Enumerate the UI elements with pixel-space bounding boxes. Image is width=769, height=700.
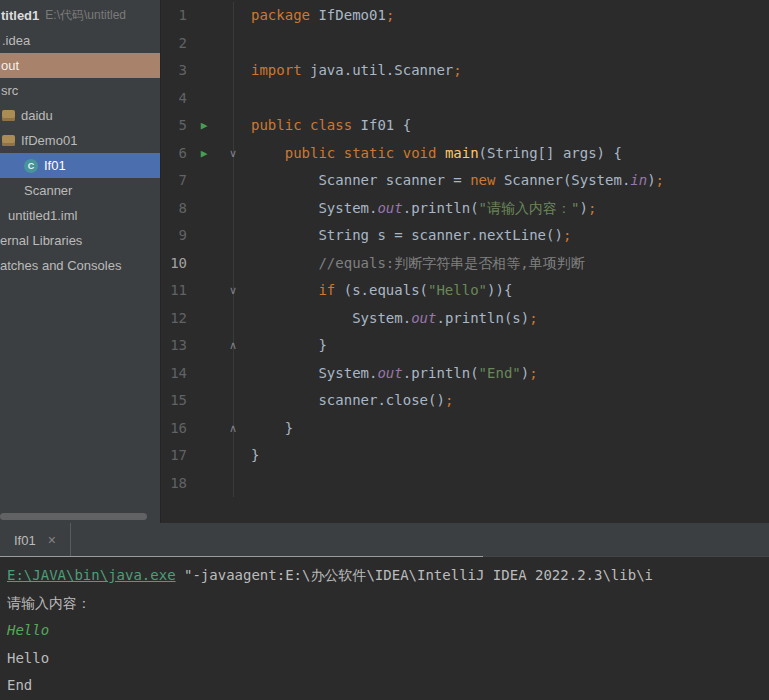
run-icon[interactable]: ▶ xyxy=(197,140,211,168)
console-tab-if01[interactable]: If01 × xyxy=(0,523,71,557)
fold-open-icon[interactable]: ∨ xyxy=(225,140,241,168)
code-text[interactable]: } xyxy=(242,415,293,443)
code-seg-pl: System. xyxy=(251,310,411,326)
editor-line: 17} xyxy=(161,442,769,470)
code-seg-pl: } xyxy=(251,337,327,353)
code-seg-pl: } xyxy=(251,420,293,436)
line-number: 13 xyxy=(161,332,187,360)
code-text[interactable]: public class If01 { xyxy=(242,112,411,140)
tree-item-ifdemo01[interactable]: IfDemo01 xyxy=(0,128,161,153)
code-text[interactable]: String s = scanner.nextLine(); xyxy=(242,222,571,250)
code-text[interactable]: System.out.println("End"); xyxy=(242,360,538,388)
line-number: 9 xyxy=(161,222,187,250)
package-icon xyxy=(2,135,15,146)
code-seg-semi: ; xyxy=(386,7,394,23)
editor-line: 4 xyxy=(161,85,769,113)
editor-line: 12 System.out.println(s); xyxy=(161,305,769,333)
tree-item-label: atches and Consoles xyxy=(0,258,121,273)
code-seg-str: "End" xyxy=(479,365,521,381)
editor-gutter: 12 xyxy=(161,305,242,333)
code-seg-pl: System. xyxy=(251,200,377,216)
editor-line: 2 xyxy=(161,30,769,58)
tree-item-path: E:\代码\untitled xyxy=(45,7,126,24)
line-number: 8 xyxy=(161,195,187,223)
editor-gutter: 9 xyxy=(161,222,242,250)
tree-item-scanner[interactable]: Scanner xyxy=(0,178,161,203)
console-link[interactable]: E:\JAVA\bin\java.exe xyxy=(7,567,176,583)
code-text[interactable]: } xyxy=(242,442,259,470)
code-seg-kw: public class xyxy=(251,117,352,133)
code-text[interactable]: scanner.close(); xyxy=(242,387,453,415)
code-seg-pl: .println( xyxy=(403,365,479,381)
editor-gutter: 14 xyxy=(161,360,242,388)
code-seg-pl: .println( xyxy=(403,200,479,216)
code-seg-pl: } xyxy=(251,447,259,463)
tree-item-label: .idea xyxy=(2,33,30,48)
code-text[interactable]: Scanner scanner = new Scanner(System.in)… xyxy=(242,167,664,195)
tree-item-scratches-and-consoles[interactable]: atches and Consoles xyxy=(0,253,161,278)
editor-line: 5▶public class If01 { xyxy=(161,112,769,140)
code-text[interactable]: System.out.println(s); xyxy=(242,305,538,333)
fold-end-icon[interactable]: ∧ xyxy=(225,415,241,443)
editor-gutter: 10 xyxy=(161,250,242,278)
line-number: 2 xyxy=(161,30,187,58)
editor-line: 16∧ } xyxy=(161,415,769,443)
code-text[interactable] xyxy=(242,30,251,58)
app-window: titled1E:\代码\untitled.ideaoutsrcdaiduIfD… xyxy=(0,0,769,700)
close-icon[interactable]: × xyxy=(48,532,56,548)
console-output[interactable]: E:\JAVA\bin\java.exe "-javaagent:E:\办公软件… xyxy=(0,557,769,700)
tree-item-if01[interactable]: CIf01 xyxy=(0,153,161,178)
code-seg-semi: ; xyxy=(453,62,461,78)
code-text[interactable] xyxy=(242,470,251,498)
code-text[interactable]: //equals:判断字符串是否相等,单项判断 xyxy=(242,250,585,278)
line-number: 7 xyxy=(161,167,187,195)
tree-item-label: out xyxy=(1,58,19,73)
code-text[interactable]: } xyxy=(242,332,327,360)
code-seg-semi: ; xyxy=(563,227,571,243)
tree-item-out[interactable]: out xyxy=(0,53,161,78)
fold-end-icon[interactable]: ∧ xyxy=(225,332,241,360)
code-seg-semi: ; xyxy=(529,365,537,381)
code-text[interactable]: package IfDemo01; xyxy=(242,2,394,30)
run-icon[interactable]: ▶ xyxy=(197,112,211,140)
line-number: 4 xyxy=(161,85,187,113)
console-line: Hello xyxy=(7,645,769,673)
tree-item-idea[interactable]: .idea xyxy=(0,28,161,53)
code-seg-pl: Scanner scanner = xyxy=(251,172,470,188)
tree-item-src[interactable]: src xyxy=(0,78,161,103)
project-tree: titled1E:\代码\untitled.ideaoutsrcdaiduIfD… xyxy=(0,0,161,278)
code-seg-fld: out xyxy=(411,310,436,326)
fold-open-icon[interactable]: ∨ xyxy=(225,277,241,305)
code-seg-pl: Scanner(System. xyxy=(495,172,630,188)
tree-item-untitled1[interactable]: titled1E:\代码\untitled xyxy=(0,3,161,28)
code-seg-pl: ) xyxy=(579,200,587,216)
console-tab-label: If01 xyxy=(14,533,36,548)
tree-item-external-libraries[interactable]: ernal Libraries xyxy=(0,228,161,253)
code-text[interactable]: import java.util.Scanner; xyxy=(242,57,462,85)
code-seg-fld: in xyxy=(630,172,647,188)
code-seg-str: "Hello" xyxy=(428,282,487,298)
code-text[interactable]: public static void main(String[] args) { xyxy=(242,140,622,168)
code-seg-pl: scanner.close() xyxy=(251,392,445,408)
code-seg-pl: ) xyxy=(521,365,529,381)
editor-gutter: 3 xyxy=(161,57,242,85)
code-text[interactable] xyxy=(242,85,251,113)
code-text[interactable]: System.out.println("请输入内容："); xyxy=(242,195,596,223)
line-number: 10 xyxy=(161,250,187,278)
tree-item-daidu[interactable]: daidu xyxy=(0,103,161,128)
tree-item-label: ernal Libraries xyxy=(0,233,82,248)
editor-line: 13∧ } xyxy=(161,332,769,360)
code-seg-fld: out xyxy=(377,365,402,381)
code-editor: 1package IfDemo01;23import java.util.Sca… xyxy=(161,0,769,523)
code-seg-pl: .println(s) xyxy=(436,310,529,326)
code-seg-kw: public static void xyxy=(285,145,445,161)
line-number: 14 xyxy=(161,360,187,388)
editor-line: 6▶∨ public static void main(String[] arg… xyxy=(161,140,769,168)
tree-item-untitled1-iml[interactable]: untitled1.iml xyxy=(0,203,161,228)
console-text: Hello xyxy=(7,650,49,666)
editor-gutter: 13∧ xyxy=(161,332,242,360)
line-number: 18 xyxy=(161,470,187,498)
code-text[interactable]: if (s.equals("Hello")){ xyxy=(242,277,512,305)
tree-item-label: If01 xyxy=(44,158,66,173)
project-hscrollbar[interactable] xyxy=(0,513,147,520)
